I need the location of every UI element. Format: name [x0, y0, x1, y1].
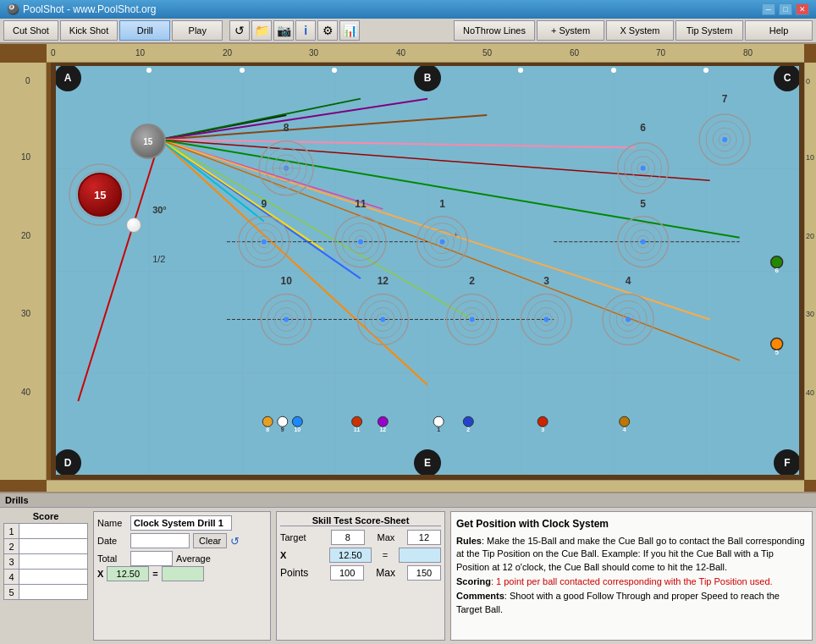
clear-button[interactable]: Clear: [193, 533, 227, 548]
score-val-4[interactable]: [19, 570, 88, 585]
refresh-icon[interactable]: ↺: [230, 535, 240, 548]
score-val-3[interactable]: [19, 554, 88, 570]
score-input-1[interactable]: [22, 526, 85, 537]
minimize-button[interactable]: ─: [762, 3, 775, 15]
score-sheet-points-row: Points Max: [280, 565, 441, 581]
svg-point-72: [431, 230, 455, 254]
score-val-5[interactable]: [19, 585, 88, 600]
score-sheet-title: Skill Test Score-Sheet: [280, 515, 441, 526]
svg-text:60: 60: [570, 48, 580, 58]
drill-equals: =: [152, 569, 157, 579]
help-button[interactable]: Help: [745, 20, 813, 41]
svg-text:7: 7: [722, 93, 728, 105]
svg-point-90: [609, 300, 647, 338]
drill-total-row: Total Average: [97, 551, 267, 566]
drill-name-label: Name: [97, 518, 127, 528]
close-button[interactable]: ✕: [796, 3, 809, 15]
pocket-c: C: [774, 64, 801, 91]
cut-shot-button[interactable]: Cut Shot: [3, 20, 58, 41]
tip-system-button[interactable]: Tip System: [675, 20, 743, 41]
svg-line-27: [160, 140, 472, 320]
svg-point-70: [417, 217, 468, 267]
camera-icon[interactable]: 📷: [273, 20, 294, 41]
svg-point-120: [292, 416, 302, 427]
play-button[interactable]: Play: [172, 20, 223, 41]
pool-table-felt[interactable]: A C D F B E: [51, 61, 804, 480]
score-input-3[interactable]: [22, 557, 85, 567]
nothrow-button[interactable]: NoThrow Lines: [454, 20, 535, 41]
comments-text: : Shoot with a good Follow Through and p…: [456, 591, 780, 614]
points-input[interactable]: [330, 565, 364, 581]
svg-text:40: 40: [396, 48, 406, 58]
drill-name-input[interactable]: [130, 515, 232, 531]
score-num-1: 1: [4, 524, 19, 539]
svg-point-81: [470, 316, 475, 322]
score-num-2: 2: [4, 539, 19, 554]
svg-line-34: [160, 140, 740, 238]
svg-text:40: 40: [806, 388, 814, 397]
svg-point-80: [466, 313, 478, 325]
grid-h3: [56, 372, 799, 373]
drill-date-input[interactable]: [130, 533, 190, 548]
svg-text:8: 8: [266, 427, 269, 432]
score-input-5[interactable]: [22, 587, 85, 597]
table-container[interactable]: 0 10 20 30 40 50 60 70 80 0 10 20 30 40: [0, 44, 816, 492]
right-toolbar: NoThrow Lines + System X System Tip Syst…: [454, 20, 813, 41]
kick-shot-button[interactable]: Kick Shot: [60, 20, 118, 41]
drill-x-input[interactable]: [107, 566, 149, 581]
score-sheet: Skill Test Score-Sheet Target Max X 12.5…: [276, 511, 445, 641]
svg-line-26: [160, 140, 427, 385]
score-val-1[interactable]: [19, 524, 88, 539]
svg-text:0: 0: [51, 48, 56, 58]
score-sheet-x-row: X 12.50 =: [280, 548, 441, 563]
drill-result-input[interactable]: [162, 566, 204, 581]
drills-header: Drills: [0, 493, 816, 508]
export-icon[interactable]: 📊: [339, 20, 360, 41]
folder-icon[interactable]: 📁: [251, 20, 272, 41]
score-row-2: 2: [4, 539, 88, 554]
svg-text:5: 5: [640, 198, 646, 210]
svg-text:20: 20: [21, 231, 31, 240]
x-label: X: [280, 550, 318, 560]
svg-line-20: [160, 115, 286, 140]
info-icon[interactable]: i: [295, 20, 316, 41]
svg-text:20: 20: [223, 48, 233, 58]
description-panel: Get Position with Clock System Rules: Ma…: [450, 511, 813, 641]
score-input-2[interactable]: [22, 542, 85, 552]
score-section: Score 1 2 3 4: [3, 511, 88, 641]
svg-point-132: [620, 416, 630, 427]
refresh-icon[interactable]: ↺: [229, 20, 250, 41]
score-input-4[interactable]: [22, 572, 85, 582]
svg-point-58: [335, 217, 386, 267]
drill-x-row: X =: [97, 566, 267, 581]
app-title: PoolShot - www.PoolShot.org: [23, 3, 156, 15]
pocket-b: B: [414, 64, 441, 91]
target-input[interactable]: [331, 530, 365, 545]
score-title: Score: [3, 511, 88, 521]
svg-text:12: 12: [379, 427, 386, 432]
svg-point-126: [433, 416, 444, 427]
svg-text:0: 0: [806, 77, 810, 85]
svg-point-56: [284, 316, 289, 322]
svg-text:30: 30: [21, 309, 31, 318]
drill-total-input[interactable]: [130, 551, 173, 566]
svg-text:2: 2: [466, 427, 470, 432]
ruler-left: 0 10 20 30 40: [0, 63, 47, 480]
max-input[interactable]: [407, 530, 441, 545]
points-max-input[interactable]: [407, 565, 441, 581]
drill-date-row: Date Clear ↺: [97, 533, 267, 548]
ruler-top: 0 10 20 30 40 50 60 70 80: [47, 44, 804, 63]
diamond-top-2: [240, 68, 245, 73]
svg-point-130: [538, 416, 548, 427]
svg-point-84: [527, 300, 565, 338]
svg-point-47: [245, 223, 283, 261]
svg-point-109: [706, 121, 743, 158]
plus-system-button[interactable]: + System: [537, 20, 604, 41]
svg-point-71: [424, 223, 461, 261]
score-val-2[interactable]: [19, 539, 88, 554]
maximize-button[interactable]: □: [779, 3, 792, 15]
ruler-top-svg: 0 10 20 30 40 50 60 70 80: [47, 44, 804, 63]
settings-icon[interactable]: ⚙: [317, 20, 338, 41]
x-system-button[interactable]: X System: [606, 20, 674, 41]
drill-button[interactable]: Drill: [119, 20, 170, 41]
